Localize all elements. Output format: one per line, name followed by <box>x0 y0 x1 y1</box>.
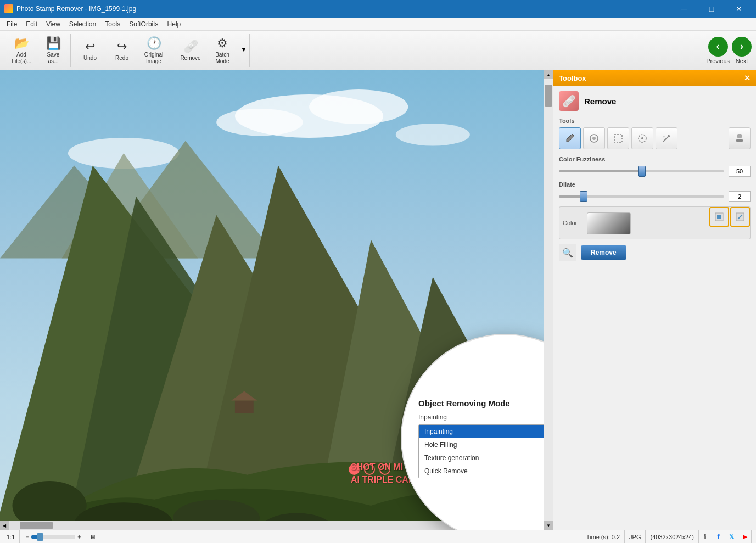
color-fuzziness-thumb[interactable] <box>638 166 646 177</box>
redo-icon: ↪ <box>117 40 127 54</box>
zoom-out-icon[interactable]: － <box>24 533 30 541</box>
svg-rect-23 <box>614 135 622 142</box>
undo-label: Undo <box>83 55 97 61</box>
image-area[interactable]: SHOT ON MI 9T AI TRIPLE CAMERA Object Re… <box>0 70 544 530</box>
dropdown-arrow[interactable]: ▼ <box>240 46 247 53</box>
svg-text:✦: ✦ <box>662 135 666 139</box>
remove-header: 🩹 Remove <box>559 91 751 111</box>
dilate-label: Dilate <box>559 181 751 188</box>
menu-view[interactable]: View <box>42 19 65 29</box>
h-scroll-left[interactable]: ◀ <box>0 521 9 530</box>
toolbox-close-icon[interactable]: ✕ <box>744 74 751 82</box>
previous-label: Previous <box>706 58 730 64</box>
menu-help[interactable]: Help <box>163 19 186 29</box>
minimize-button[interactable]: ─ <box>671 0 697 18</box>
toolbox-header: Toolbox ✕ <box>553 70 756 86</box>
dropdown-inner: Object Removing Mode Inpainting Inpainti… <box>402 388 544 489</box>
svg-point-22 <box>592 137 596 140</box>
zoom-icon[interactable]: 🔍 <box>559 244 576 261</box>
dropdown-option-inpainting[interactable]: Inpainting <box>419 425 544 438</box>
window-title: Photo Stamp Remover - IMG_1599-1.jpg <box>16 5 136 13</box>
svg-rect-19 <box>235 400 254 413</box>
remove-toolbar-label: Remove <box>180 55 200 61</box>
magic-select-icon <box>637 133 648 144</box>
tool-stamp-button[interactable] <box>729 127 751 149</box>
toolbar-nav: ‹ Previous › Next <box>706 37 752 64</box>
svg-point-2 <box>309 89 408 124</box>
remove-toolbar-button[interactable]: 🩹 Remove <box>176 35 205 66</box>
info-button[interactable]: ℹ <box>699 530 712 544</box>
time-value: 0.2 <box>612 534 620 540</box>
zoom-in-icon[interactable]: ＋ <box>76 533 82 541</box>
redo-label: Redo <box>115 55 128 61</box>
previous-button[interactable]: ‹ <box>708 37 728 57</box>
tool-brush-button[interactable] <box>583 127 605 149</box>
remove-icon: 🩹 <box>559 91 579 111</box>
add-files-label: AddFile(s)... <box>12 52 31 65</box>
svg-point-5 <box>396 124 470 146</box>
menu-softorbits[interactable]: SoftOrbits <box>125 19 163 29</box>
save-as-label: Saveas... <box>47 52 60 65</box>
add-files-button[interactable]: 📂 AddFile(s)... <box>7 35 36 66</box>
svg-point-3 <box>216 109 303 136</box>
tool-magic-select-button[interactable] <box>631 127 653 149</box>
time-label: Time (s): <box>586 534 610 540</box>
stamp-icon <box>734 133 745 144</box>
status-monitor-icon: 🖥 <box>87 530 98 543</box>
status-zoom-controls: － ＋ <box>20 530 87 543</box>
color-fuzziness-row: Color Fuzziness 50 <box>559 156 751 177</box>
dropdown-title: Object Removing Mode <box>418 399 544 408</box>
zoom-value: 1:1 <box>7 534 15 540</box>
color-btn-2[interactable] <box>730 207 750 227</box>
dropdown-option-texture-gen[interactable]: Texture generation <box>419 451 544 464</box>
remove-btn-row: 🔍 Remove <box>559 244 751 261</box>
add-files-icon: 📂 <box>14 36 29 51</box>
tool-rect-select-button[interactable] <box>607 127 629 149</box>
dropdown-option-hole-filling[interactable]: Hole Filling <box>419 438 544 451</box>
status-format: JPG <box>625 530 646 543</box>
menu-edit[interactable]: Edit <box>21 19 42 29</box>
h-scroll-thumb[interactable] <box>20 522 53 529</box>
dilate-value[interactable]: 2 <box>729 191 751 202</box>
youtube-icon[interactable]: ▶ <box>738 530 752 544</box>
next-label: Next <box>736 58 748 64</box>
menu-tools[interactable]: Tools <box>100 19 125 29</box>
twitter-icon[interactable]: 𝕏 <box>725 530 738 544</box>
dropdown-current-value: Inpainting <box>418 413 544 421</box>
next-button[interactable]: › <box>732 37 752 57</box>
v-scroll-thumb[interactable] <box>545 85 552 107</box>
original-image-icon: 🕐 <box>147 36 161 51</box>
menu-file[interactable]: File <box>2 19 21 29</box>
menu-selection[interactable]: Selection <box>65 19 100 29</box>
svg-point-25 <box>641 137 643 139</box>
v-scroll-down[interactable]: ▼ <box>544 521 553 530</box>
svg-rect-32 <box>717 215 721 219</box>
pencil-icon <box>564 133 575 144</box>
close-button[interactable]: ✕ <box>726 0 752 18</box>
original-image-button[interactable]: 🕐 OriginalImage <box>139 35 169 66</box>
maximize-button[interactable]: □ <box>699 0 724 18</box>
next-nav-item: › Next <box>732 37 752 64</box>
zoom-slider-thumb[interactable] <box>37 533 43 541</box>
status-bar: 1:1 － ＋ 🖥 Time (s): 0.2 JPG (4032x3024x2… <box>0 530 756 543</box>
color-btn-1[interactable] <box>709 207 729 227</box>
undo-button[interactable]: ↩ Undo <box>75 35 105 66</box>
v-scroll-up[interactable]: ▲ <box>544 70 553 79</box>
dilate-thumb[interactable] <box>580 191 587 202</box>
dropdown-option-quick-remove[interactable]: Quick Remove <box>419 464 544 478</box>
facebook-icon[interactable]: f <box>712 530 725 544</box>
redo-button[interactable]: ↪ Redo <box>107 35 137 66</box>
tool-pencil-button[interactable] <box>559 127 581 149</box>
color-buttons <box>709 207 750 227</box>
wand-icon: ✦ <box>661 133 672 144</box>
tool-wand-button[interactable]: ✦ <box>656 127 677 149</box>
remove-action-button[interactable]: Remove <box>581 245 626 260</box>
color-label: Color <box>563 220 577 226</box>
save-as-button[interactable]: 💾 Saveas... <box>38 35 68 66</box>
zoom-slider[interactable] <box>31 535 75 539</box>
batch-mode-button[interactable]: ⚙ BatchMode <box>208 35 237 66</box>
svg-rect-29 <box>737 134 742 138</box>
color-fuzziness-value[interactable]: 50 <box>729 166 751 177</box>
color-section: Color <box>559 206 751 239</box>
dimensions-value: (4032x3024x24) <box>650 534 694 540</box>
